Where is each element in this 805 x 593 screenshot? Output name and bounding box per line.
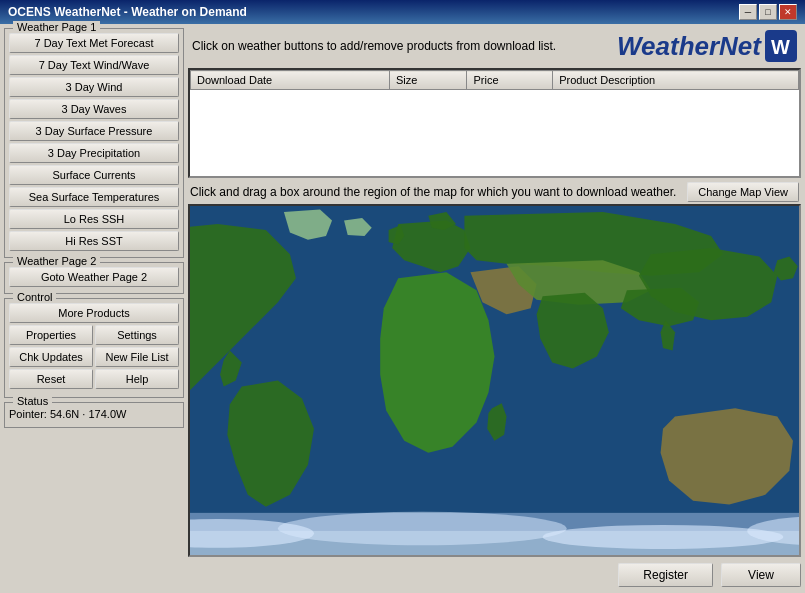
world-map-svg [190, 206, 799, 555]
3-day-waves-button[interactable]: 3 Day Waves [9, 99, 179, 119]
map-section: Click and drag a box around the region o… [188, 182, 801, 557]
view-button[interactable]: View [721, 563, 801, 587]
help-button[interactable]: Help [95, 369, 179, 389]
map-header-row: Click and drag a box around the region o… [188, 182, 801, 202]
status-group: Status Pointer: 54.6N · 174.0W [4, 402, 184, 428]
lo-res-ssh-button[interactable]: Lo Res SSH [9, 209, 179, 229]
col-download-date: Download Date [191, 71, 390, 90]
new-file-list-button[interactable]: New File List [95, 347, 179, 367]
7-day-text-wind-wave-button[interactable]: 7 Day Text Wind/Wave [9, 55, 179, 75]
svg-point-7 [543, 525, 784, 549]
status-label: Status [13, 395, 52, 407]
register-button[interactable]: Register [618, 563, 713, 587]
reset-button[interactable]: Reset [9, 369, 93, 389]
bottom-buttons: Register View [188, 561, 801, 589]
control-group: Control More Products Properties Setting… [4, 298, 184, 398]
3-day-surface-pressure-button[interactable]: 3 Day Surface Pressure [9, 121, 179, 141]
hi-res-sst-button[interactable]: Hi Res SST [9, 231, 179, 251]
sidebar: Weather Page 1 7 Day Text Met Forecast 7… [4, 28, 184, 589]
settings-button[interactable]: Settings [95, 325, 179, 345]
content-area: Click on weather buttons to add/remove p… [188, 28, 801, 589]
weathernet-icon: W [765, 30, 797, 62]
more-products-button[interactable]: More Products [9, 303, 179, 323]
download-table-container: Download Date Size Price Product Descrip… [188, 68, 801, 178]
status-pointer: Pointer: 54.6N · 174.0W [9, 408, 126, 420]
chk-updates-button[interactable]: Chk Updates [9, 347, 93, 367]
col-product-description: Product Description [553, 71, 799, 90]
svg-text:W: W [771, 36, 790, 58]
map-instruction: Click and drag a box around the region o… [190, 185, 676, 199]
window-title: OCENS WeatherNet - Weather on Demand [8, 5, 247, 19]
svg-point-6 [278, 512, 567, 546]
control-row-2: Chk Updates New File List [9, 347, 179, 367]
maximize-button[interactable]: □ [759, 4, 777, 20]
control-row-1: Properties Settings [9, 325, 179, 345]
bottom-section: Register View [188, 561, 801, 589]
change-map-view-button[interactable]: Change Map View [687, 182, 799, 202]
weather-page1-label: Weather Page 1 [13, 21, 100, 33]
close-button[interactable]: ✕ [779, 4, 797, 20]
7-day-text-met-forecast-button[interactable]: 7 Day Text Met Forecast [9, 33, 179, 53]
header-row: Click on weather buttons to add/remove p… [188, 28, 801, 64]
weathernet-logo: WeatherNet W [617, 30, 797, 62]
weathernet-logo-text: WeatherNet [617, 31, 761, 62]
goto-weather-page2-button[interactable]: Goto Weather Page 2 [9, 267, 179, 287]
control-row-3: Reset Help [9, 369, 179, 389]
minimize-button[interactable]: ─ [739, 4, 757, 20]
weather-page2-label: Weather Page 2 [13, 255, 100, 267]
weather-page2-group: Weather Page 2 Goto Weather Page 2 [4, 262, 184, 294]
col-size: Size [389, 71, 467, 90]
main-window: Weather Page 1 7 Day Text Met Forecast 7… [0, 24, 805, 593]
col-price: Price [467, 71, 553, 90]
surface-currents-button[interactable]: Surface Currents [9, 165, 179, 185]
sea-surface-temperatures-button[interactable]: Sea Surface Temperatures [9, 187, 179, 207]
window-controls: ─ □ ✕ [739, 4, 797, 20]
download-table: Download Date Size Price Product Descrip… [190, 70, 799, 90]
3-day-wind-button[interactable]: 3 Day Wind [9, 77, 179, 97]
world-map[interactable] [188, 204, 801, 557]
weathernet-w-icon: W [767, 32, 795, 60]
title-bar: OCENS WeatherNet - Weather on Demand ─ □… [0, 0, 805, 24]
control-label: Control [13, 291, 56, 303]
3-day-precipitation-button[interactable]: 3 Day Precipitation [9, 143, 179, 163]
header-instruction: Click on weather buttons to add/remove p… [192, 39, 556, 53]
weather-page1-group: Weather Page 1 7 Day Text Met Forecast 7… [4, 28, 184, 258]
properties-button[interactable]: Properties [9, 325, 93, 345]
